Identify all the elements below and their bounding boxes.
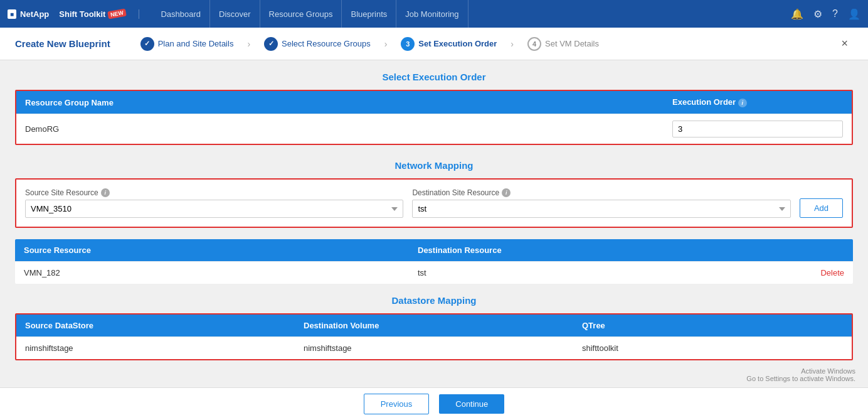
nm-result-col1: Source Resource — [15, 239, 409, 261]
exec-order-input[interactable] — [672, 121, 843, 137]
step-circle-3: 3 — [401, 37, 415, 51]
exec-rg-name: DemoRG — [16, 118, 664, 140]
network-mapping-box: Source Site Resource i VMN_3510 Destinat… — [15, 178, 853, 228]
nm-source-field: Source Site Resource i VMN_3510 — [25, 188, 403, 218]
ds-header: Source DataStore Destination Volume QTre… — [16, 315, 852, 337]
ds-col3-header: QTree — [573, 315, 852, 337]
network-mapping-result-table: Source Resource Destination Resource VMN… — [15, 239, 853, 284]
help-icon[interactable]: ? — [832, 8, 838, 19]
step-arrow-2: › — [384, 39, 388, 49]
step-circle-2: ✓ — [264, 37, 278, 51]
datastore-table: Source DataStore Destination Volume QTre… — [15, 313, 853, 360]
toolkit-name: Shift Toolkit — [59, 9, 105, 19]
previous-button[interactable]: Previous — [364, 394, 430, 414]
ds-qtree: shifttoolkit — [573, 337, 852, 359]
datastore-title: Datastore Mapping — [15, 295, 853, 306]
nav-blueprints[interactable]: Blueprints — [342, 0, 396, 28]
bell-icon[interactable]: 🔔 — [791, 8, 803, 20]
nav-discover[interactable]: Discover — [210, 0, 260, 28]
wizard-steps: ✓ Plan and Site Details › ✓ Select Resou… — [129, 37, 837, 51]
gear-icon[interactable]: ⚙ — [813, 8, 822, 20]
exec-order-info-icon: i — [738, 99, 747, 107]
dest-info-icon: i — [502, 188, 511, 197]
ds-data-row: nimshiftstage nimshiftstage shifttoolkit — [16, 337, 852, 359]
source-info-icon: i — [101, 188, 110, 197]
ds-col1-header: Source DataStore — [16, 315, 295, 337]
ds-col2-header: Destination Volume — [295, 315, 573, 337]
nav-resource-groups[interactable]: Resource Groups — [260, 0, 342, 28]
footer: Previous Continue — [0, 387, 868, 420]
close-button[interactable]: × — [836, 35, 853, 53]
nm-result-dest: tst — [409, 262, 803, 284]
nav-links: Dashboard Discover Resource Groups Bluep… — [152, 0, 791, 28]
user-icon[interactable]: 👤 — [848, 8, 860, 20]
shift-toolkit: Shift Toolkit NEW — [59, 9, 139, 19]
toolkit-badge: NEW — [108, 9, 127, 19]
nm-dest-select[interactable]: tst — [412, 200, 790, 218]
step-label-4: Set VM Details — [545, 39, 599, 48]
wizard-step-2[interactable]: ✓ Select Resource Groups — [253, 37, 382, 51]
exec-order-header: Resource Group Name Execution Order i — [16, 91, 852, 114]
network-mapping-section: Network Mapping Source Site Resource i V… — [15, 160, 853, 228]
wizard-step-1[interactable]: ✓ Plan and Site Details — [129, 37, 245, 51]
ds-source: nimshiftstage — [16, 337, 295, 359]
exec-col2-header: Execution Order i — [664, 91, 852, 114]
nm-result-row: VMN_182 tst Delete — [15, 261, 853, 284]
step-label-1: Plan and Site Details — [158, 39, 234, 48]
step-label-3: Set Execution Order — [418, 39, 497, 48]
nav-icons: 🔔 ⚙ ? 👤 — [791, 8, 860, 20]
step-label-2: Select Resource Groups — [282, 39, 371, 48]
top-nav: ■ NetApp Shift Toolkit NEW Dashboard Dis… — [0, 0, 868, 28]
exec-order-title: Select Execution Order — [15, 72, 853, 82]
network-mapping-title: Network Mapping — [15, 160, 853, 171]
wizard-step-4[interactable]: 4 Set VM Details — [516, 37, 610, 51]
sub-header: Create New Blueprint ✓ Plan and Site Det… — [0, 28, 868, 60]
continue-button[interactable]: Continue — [439, 394, 504, 414]
add-network-mapping-button[interactable]: Add — [800, 198, 843, 218]
main-content: Select Execution Order Resource Group Na… — [0, 60, 868, 420]
activate-windows-watermark: Activate Windows Go to Settings to activ… — [746, 367, 855, 382]
datastore-section: Datastore Mapping Source DataStore Desti… — [15, 295, 853, 360]
netapp-logo: ■ — [8, 9, 16, 19]
exec-order-table: Resource Group Name Execution Order i De… — [15, 90, 853, 145]
nm-result-col2: Destination Resource — [409, 239, 803, 261]
nm-row: Source Site Resource i VMN_3510 Destinat… — [25, 188, 843, 218]
nm-dest-label: Destination Site Resource i — [412, 188, 790, 197]
step-arrow-1: › — [247, 39, 250, 49]
nm-result-source: VMN_182 — [15, 262, 409, 284]
brand-name: NetApp — [20, 9, 49, 19]
nav-job-monitoring[interactable]: Job Monitoring — [396, 0, 468, 28]
ds-dest: nimshiftstage — [295, 337, 573, 359]
exec-order-row: DemoRG — [16, 114, 852, 144]
page-title: Create New Blueprint — [15, 38, 110, 49]
exec-order-input-cell — [664, 114, 852, 144]
step-circle-1: ✓ — [140, 37, 154, 51]
exec-col1-header: Resource Group Name — [16, 92, 664, 114]
nm-source-label: Source Site Resource i — [25, 188, 403, 197]
wizard-step-3[interactable]: 3 Set Execution Order — [389, 37, 508, 51]
nav-dashboard[interactable]: Dashboard — [152, 0, 210, 28]
nm-result-header: Source Resource Destination Resource — [15, 239, 853, 261]
nm-source-select[interactable]: VMN_3510 — [25, 200, 403, 218]
brand: ■ NetApp — [8, 9, 49, 19]
step-arrow-3: › — [511, 39, 514, 49]
step-circle-4: 4 — [527, 37, 541, 51]
nm-delete-button[interactable]: Delete — [803, 262, 853, 284]
nm-dest-field: Destination Site Resource i tst — [412, 188, 790, 218]
